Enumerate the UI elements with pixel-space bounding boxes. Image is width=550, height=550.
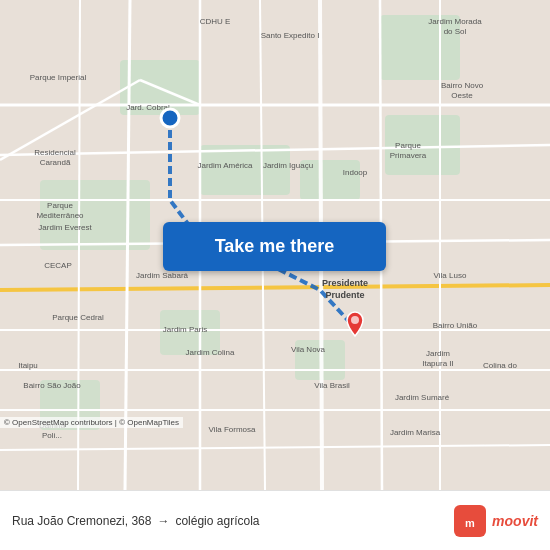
svg-text:Parque Imperial: Parque Imperial xyxy=(30,73,87,82)
bottom-bar: Rua João Cremonezi, 368 → colégio agríco… xyxy=(0,490,550,550)
svg-text:Jardim Sabará: Jardim Sabará xyxy=(136,271,189,280)
svg-text:Jardim Colina: Jardim Colina xyxy=(186,348,235,357)
take-me-there-button[interactable]: Take me there xyxy=(163,222,386,271)
svg-text:Mediterrâneo: Mediterrâneo xyxy=(36,211,84,220)
svg-rect-4 xyxy=(200,145,290,195)
svg-text:Bairro São João: Bairro São João xyxy=(23,381,81,390)
map-container: CDHU E Santo Expedito I Jardim Morada do… xyxy=(0,0,550,490)
svg-text:Parque: Parque xyxy=(395,141,421,150)
svg-text:Oeste: Oeste xyxy=(451,91,473,100)
svg-text:Primavera: Primavera xyxy=(390,151,427,160)
osm-attribution: © OpenStreetMap contributors | © OpenMap… xyxy=(0,417,183,428)
svg-text:Vila Brasil: Vila Brasil xyxy=(314,381,350,390)
svg-text:Vila Formosa: Vila Formosa xyxy=(209,425,257,434)
svg-text:Indoop: Indoop xyxy=(343,168,368,177)
svg-point-68 xyxy=(351,316,359,324)
svg-point-67 xyxy=(161,109,179,127)
svg-text:Jardim América: Jardim América xyxy=(197,161,253,170)
svg-text:CDHU E: CDHU E xyxy=(200,17,231,26)
svg-text:Jardim Everest: Jardim Everest xyxy=(38,223,92,232)
svg-text:CECAP: CECAP xyxy=(44,261,72,270)
svg-text:Parque Cedral: Parque Cedral xyxy=(52,313,104,322)
moovit-text: moovit xyxy=(492,513,538,529)
route-arrow: → xyxy=(157,514,169,528)
svg-text:Vila Luso: Vila Luso xyxy=(434,271,467,280)
svg-text:Itaipu: Itaipu xyxy=(18,361,38,370)
svg-text:Jardim Marisa: Jardim Marisa xyxy=(390,428,441,437)
moovit-logo: m moovit xyxy=(454,505,538,537)
svg-text:do Sol: do Sol xyxy=(444,27,467,36)
svg-text:Jardim Paris: Jardim Paris xyxy=(163,325,207,334)
svg-text:Jardim Morada: Jardim Morada xyxy=(428,17,482,26)
svg-text:Jardim Iguaçu: Jardim Iguaçu xyxy=(263,161,313,170)
svg-text:Santo Expedito I: Santo Expedito I xyxy=(261,31,320,40)
svg-text:Carandã: Carandã xyxy=(40,158,71,167)
svg-text:Bairro Novo: Bairro Novo xyxy=(441,81,484,90)
svg-text:Jardim Sumaré: Jardim Sumaré xyxy=(395,393,450,402)
route-from: Rua João Cremonezi, 368 xyxy=(12,514,151,528)
route-to: colégio agrícola xyxy=(175,514,259,528)
svg-text:Bairro União: Bairro União xyxy=(433,321,478,330)
svg-text:Poli...: Poli... xyxy=(42,431,62,440)
svg-text:Colina do: Colina do xyxy=(483,361,517,370)
svg-text:Vila Nova: Vila Nova xyxy=(291,345,326,354)
svg-text:Itapura II: Itapura II xyxy=(422,359,454,368)
svg-text:m: m xyxy=(465,517,475,529)
moovit-icon: m xyxy=(454,505,486,537)
svg-text:Prudente: Prudente xyxy=(325,290,364,300)
svg-text:Presidente: Presidente xyxy=(322,278,368,288)
svg-text:Jardim: Jardim xyxy=(426,349,450,358)
svg-text:Residencial: Residencial xyxy=(34,148,76,157)
route-info: Rua João Cremonezi, 368 → colégio agríco… xyxy=(12,514,454,528)
svg-text:Parque: Parque xyxy=(47,201,73,210)
